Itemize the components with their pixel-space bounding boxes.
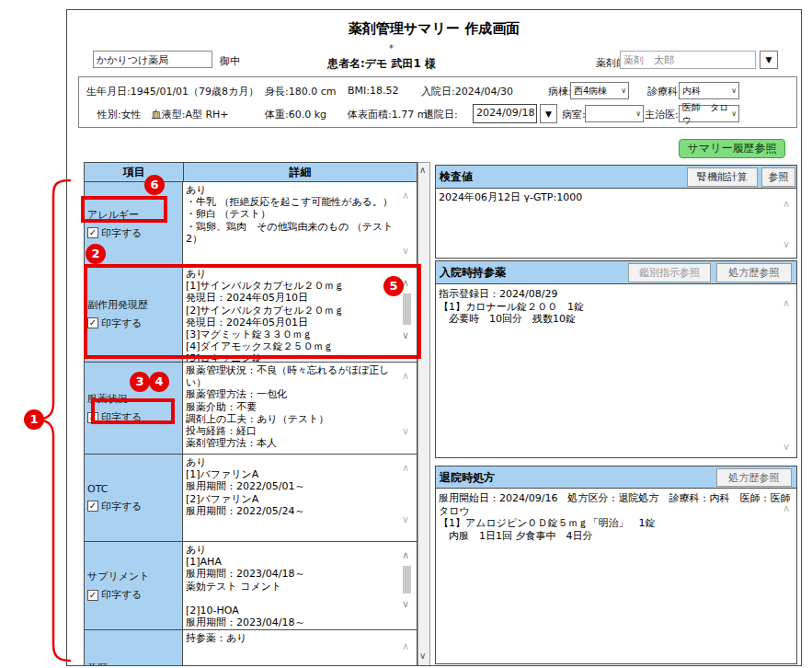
sex-blood-label: 性別:女性 血液型:A型 RH+ xyxy=(97,108,229,121)
item-label: OTC xyxy=(87,483,182,495)
print-checkbox-supplement[interactable]: ✓印字する xyxy=(87,588,182,602)
scroll-down-icon[interactable]: ∨ xyxy=(402,514,409,524)
dropdown-arrow-icon: ▼ xyxy=(766,55,772,64)
department-label: 診療科: xyxy=(647,85,681,98)
discernment-reference-button[interactable]: 鑑別指示参照 xyxy=(628,263,711,282)
bsa-label: 体表面積:1.77 m² xyxy=(348,108,431,121)
discharge-rx-panel-title: 退院時処方 xyxy=(440,470,495,486)
required-mark: * xyxy=(389,43,394,53)
scroll-up-icon[interactable]: ∧ xyxy=(783,298,790,308)
detail-cell-otc: あり [1]バファリンA 服用期間：2022/05/01～ [2]バファリンA … xyxy=(183,455,417,542)
discharge-date-input[interactable]: 2024/09/18 xyxy=(473,104,537,123)
ward-label: 病棟: xyxy=(548,85,572,98)
scroll-up-icon[interactable]: ∧ xyxy=(402,371,409,381)
discharge-rx-content: 服用開始日：2024/09/16 処方区分：退院処方 診療科：内科 医師：医師 … xyxy=(436,489,802,542)
annotation-circle-6: 6 xyxy=(144,175,165,195)
scroll-up-icon[interactable]: ∧ xyxy=(402,550,409,560)
pharmacy-suffix-label: 御中 xyxy=(220,54,240,68)
scroll-down-icon[interactable]: ∨ xyxy=(402,599,409,609)
checkbox-checked-icon: ✓ xyxy=(87,501,98,512)
scroll-up-icon[interactable]: ∧ xyxy=(783,199,790,209)
chevron-down-icon: ∨ xyxy=(731,109,737,118)
scroll-down-icon[interactable]: ∨ xyxy=(419,651,426,661)
scroll-up-icon[interactable]: ∧ xyxy=(402,641,409,651)
column-header-item: 項目 xyxy=(84,162,184,182)
scroll-up-icon[interactable]: ∧ xyxy=(783,503,790,513)
prescription-history-button[interactable]: 処方歴参照 xyxy=(716,468,792,487)
scroll-up-icon[interactable]: ∧ xyxy=(402,190,409,201)
labs-reference-button[interactable]: 参照 xyxy=(761,167,795,187)
item-label: サプリメント xyxy=(87,570,182,583)
prescription-history-button[interactable]: 処方歴参照 xyxy=(716,263,792,282)
weight-label: 体重:60.0 kg xyxy=(265,108,326,121)
pharmacist-dropdown-button[interactable]: ▼ xyxy=(760,51,778,69)
detail-cell-allergy: あり ・牛乳 （拒絶反応を起こす可能性がある。） ・卵白 （テスト） ・鶏卵、鶏… xyxy=(183,182,417,266)
item-cell-otc: OTC ✓印字する xyxy=(84,455,183,542)
discharge-date-dropdown-button[interactable]: ▼ xyxy=(540,104,557,123)
admission-meds-content: 指示登録日：2024/08/29 【1】カロナール錠２００ 1錠 必要時 10回… xyxy=(436,285,802,326)
discharge-rx-panel: 退院時処方 処方歴参照 服用開始日：2024/09/16 処方区分：退院処方 診… xyxy=(435,466,797,664)
item-label: 薬歴 xyxy=(87,662,182,666)
admission-date-label: 入院日:2024/04/30 xyxy=(421,85,513,98)
annotation-circle-1: 1 xyxy=(24,409,44,430)
print-checkbox-otc[interactable]: ✓印字する xyxy=(87,500,182,513)
chevron-down-icon: ∨ xyxy=(621,86,626,95)
annotation-rect-adverse-reaction-row xyxy=(84,264,421,359)
admission-meds-panel-title: 入院時持参薬 xyxy=(440,265,506,281)
scroll-up-icon[interactable]: ∧ xyxy=(419,165,426,175)
labs-panel-title: 検査値 xyxy=(440,169,473,185)
column-header-detail: 詳細 xyxy=(183,162,417,182)
detail-cell-supplement: あり [1]AHA 服用期間：2023/04/18～ 薬効テスト コメント [2… xyxy=(183,542,417,630)
annotation-rect-allergy-label xyxy=(81,196,167,223)
birthdate-label: 生年月日:1945/01/01（79歳8カ月） xyxy=(86,85,258,98)
labs-content: 2024年06月12日 γ-GTP:1000 xyxy=(436,189,802,204)
annotation-circle-5: 5 xyxy=(383,276,404,296)
labs-panel: 検査値 腎機能計算 参照 2024年06月12日 γ-GTP:1000 ∧ ∨ xyxy=(435,165,797,259)
bmi-label: BMI:18.52 xyxy=(348,85,398,97)
scroll-down-icon[interactable]: ∨ xyxy=(402,246,409,256)
room-select[interactable]: ∨ xyxy=(585,105,644,122)
renal-function-button[interactable]: 腎機能計算 xyxy=(687,167,758,187)
pharmacist-input[interactable]: 薬剤 太郎 xyxy=(620,51,756,69)
dropdown-arrow-icon: ▼ xyxy=(545,109,552,119)
ward-select[interactable]: 西4病棟∨ xyxy=(570,82,629,99)
detail-cell-medication-status: 服薬管理状況：不良（時々忘れるがほぼ正しい） 服薬管理方法：一包化 服薬介助：不… xyxy=(183,363,417,455)
chevron-down-icon: ∨ xyxy=(731,86,737,95)
annotation-rect-print-checkbox xyxy=(91,398,175,424)
detail-cell-medication-history: 持参薬：あり xyxy=(183,630,417,666)
scroll-down-icon[interactable]: ∨ xyxy=(402,426,409,436)
page-title: 薬剤管理サマリー 作成画面 xyxy=(67,20,801,38)
patient-name-label: 患者名:デモ 武田1 様 xyxy=(327,56,436,72)
admission-meds-panel: 入院時持参薬 鑑別指示参照 処方歴参照 指示登録日：2024/08/29 【1】… xyxy=(435,260,797,458)
scroll-down-icon[interactable]: ∨ xyxy=(783,239,790,249)
pharmacy-input[interactable]: かかりつけ薬局 xyxy=(93,51,212,68)
annotation-circle-3: 3 xyxy=(130,372,150,392)
room-label: 病室: xyxy=(562,108,586,121)
department-select[interactable]: 内科∨ xyxy=(679,82,739,99)
item-cell-supplement: サプリメント ✓印字する xyxy=(84,542,183,630)
print-checkbox-allergy[interactable]: ✓印字する xyxy=(87,226,182,240)
attending-doctor-select[interactable]: 医師 タロウ∨ xyxy=(679,105,739,122)
table-scrollbar[interactable]: ∧ ∨ xyxy=(417,162,430,666)
annotation-circle-2: 2 xyxy=(86,244,106,264)
checkbox-checked-icon: ✓ xyxy=(87,227,98,238)
annotation-circle-4: 4 xyxy=(149,372,169,392)
summary-history-button[interactable]: サマリー履歴参照 xyxy=(679,139,785,158)
item-cell-medication-history: 薬歴 xyxy=(84,630,183,666)
screenshot-root: 薬剤管理サマリー 作成画面 かかりつけ薬局 御中 * 患者名:デモ 武田1 様 … xyxy=(0,0,812,668)
scrollbar-thumb[interactable] xyxy=(403,566,411,593)
chevron-down-icon: ∨ xyxy=(635,109,641,118)
attending-doctor-label: 主治医: xyxy=(645,108,679,121)
scroll-down-icon[interactable]: ∨ xyxy=(783,442,790,452)
discharge-date-label: 退院日: xyxy=(424,108,458,121)
height-label: 身長:180.0 cm xyxy=(265,85,336,98)
checkbox-checked-icon: ✓ xyxy=(87,590,98,601)
scroll-up-icon[interactable]: ∧ xyxy=(402,463,409,473)
